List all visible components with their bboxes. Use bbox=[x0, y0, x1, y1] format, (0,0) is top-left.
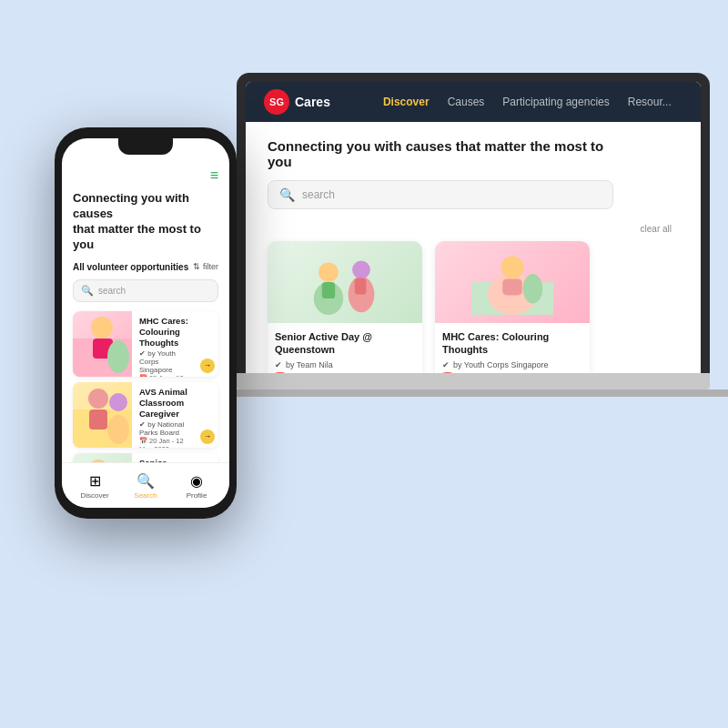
phone-headline: Connecting you with causes that matter t… bbox=[73, 191, 218, 253]
laptop-cards-row-1: Senior Active Day @ Queenstown ✔ by Team… bbox=[268, 241, 679, 373]
svg-rect-9 bbox=[502, 278, 522, 295]
svg-point-1 bbox=[318, 262, 339, 282]
bottom-nav-discover[interactable]: ⊞ Discover bbox=[69, 472, 120, 500]
brand-name: Cares bbox=[295, 95, 330, 109]
svg-point-23 bbox=[91, 317, 113, 339]
laptop-card-2: MHC Cares: Colouring Thoughts ✔ by Youth… bbox=[435, 241, 590, 373]
phone-list: MHC Cares: Colouring Thoughts ✔ by Youth… bbox=[73, 311, 218, 468]
phone-search-bar[interactable]: 🔍 search bbox=[73, 279, 218, 302]
card-title-1: Senior Active Day @ Queenstown bbox=[275, 330, 415, 357]
list-item-img-2 bbox=[73, 382, 132, 448]
card-org-1: ✔ by Team Nila bbox=[275, 360, 415, 369]
list-item-org-2: ✔ by National Parks Board bbox=[139, 420, 189, 437]
svg-point-3 bbox=[352, 261, 370, 279]
nav-link-resources[interactable]: Resour... bbox=[628, 96, 672, 108]
filter-button[interactable]: ⇅ filter bbox=[193, 262, 218, 271]
laptop-base bbox=[237, 373, 710, 389]
list-item-arrow-1[interactable]: → bbox=[200, 359, 215, 373]
search-icon: 🔍 bbox=[279, 187, 295, 202]
org-icon-1: ✔ bbox=[275, 360, 282, 369]
list-item-img-1 bbox=[73, 311, 132, 377]
card-img-1 bbox=[268, 241, 422, 323]
laptop-card-1: Senior Active Day @ Queenstown ✔ by Team… bbox=[268, 241, 422, 373]
phone-bottom-nav: ⊞ Discover 🔍 Search ◉ Profile bbox=[62, 462, 229, 508]
hamburger-icon[interactable]: ≡ bbox=[210, 167, 218, 184]
svg-point-25 bbox=[107, 340, 129, 373]
phone-filter-row: All volunteer opportunities ⇅ filter bbox=[73, 262, 218, 272]
phone-screen: ≡ Connecting you with causes that matter… bbox=[62, 138, 229, 508]
laptop-screen: SG Cares Discover Causes Participating a… bbox=[246, 82, 701, 373]
filter-label: All volunteer opportunities bbox=[73, 262, 188, 272]
list-item-title-2: AVS Animal Classroom Caregiver bbox=[139, 387, 189, 420]
card-date-2: 📅 20 Jan - 12 May bbox=[442, 372, 582, 373]
laptop-nav-links: Discover Causes Participating agencies R… bbox=[383, 96, 672, 108]
clear-all[interactable]: clear all bbox=[268, 224, 672, 234]
svg-point-29 bbox=[107, 415, 129, 444]
phone-notch bbox=[118, 138, 173, 155]
discover-nav-icon: ⊞ bbox=[89, 472, 101, 490]
phone-search-icon: 🔍 bbox=[81, 285, 94, 297]
list-item-title-1: MHC Cares: Colouring Thoughts bbox=[139, 316, 189, 349]
list-item[interactable]: AVS Animal Classroom Caregiver ✔ by Nati… bbox=[73, 382, 218, 448]
list-item-arrow-2[interactable]: → bbox=[200, 430, 215, 444]
card-body-1: Senior Active Day @ Queenstown ✔ by Team… bbox=[268, 323, 422, 373]
nav-link-causes[interactable]: Causes bbox=[448, 96, 485, 108]
bottom-nav-search[interactable]: 🔍 Search bbox=[120, 472, 171, 500]
phone-search-placeholder: search bbox=[98, 286, 126, 296]
laptop-search-bar[interactable]: 🔍 search bbox=[268, 180, 613, 209]
nav-link-discover[interactable]: Discover bbox=[383, 96, 430, 108]
svg-rect-5 bbox=[355, 278, 367, 295]
phone-content: ≡ Connecting you with causes that matter… bbox=[62, 138, 229, 468]
laptop-screen-outer: SG Cares Discover Causes Participating a… bbox=[237, 73, 710, 373]
laptop-foot bbox=[209, 389, 728, 397]
list-item-org-1: ✔ by Youth Corps Singapore bbox=[139, 349, 189, 374]
list-item-date-2: 📅 20 Jan - 12 May 2023 bbox=[139, 437, 189, 448]
logo-sg-badge: SG bbox=[264, 89, 289, 115]
card-body-2: MHC Cares: Colouring Thoughts ✔ by Youth… bbox=[435, 323, 590, 373]
laptop-content: Connecting you with causes that matter t… bbox=[246, 122, 701, 373]
svg-point-10 bbox=[523, 274, 543, 303]
profile-nav-label: Profile bbox=[187, 491, 207, 500]
card-date-1: 📅 20 Jan - 12 May bbox=[275, 372, 415, 373]
card-img-2 bbox=[435, 241, 590, 323]
card-org-2: ✔ by Youth Corps Singapore bbox=[442, 360, 582, 369]
discover-nav-label: Discover bbox=[80, 491, 108, 500]
list-item[interactable]: MHC Cares: Colouring Thoughts ✔ by Youth… bbox=[73, 311, 218, 377]
phone-device: ≡ Connecting you with causes that matter… bbox=[55, 127, 237, 519]
svg-point-8 bbox=[500, 256, 523, 278]
bottom-nav-profile[interactable]: ◉ Profile bbox=[171, 472, 222, 500]
card-title-2: MHC Cares: Colouring Thoughts bbox=[442, 330, 582, 357]
search-nav-icon: 🔍 bbox=[136, 472, 155, 490]
laptop-device: SG Cares Discover Causes Participating a… bbox=[237, 73, 710, 400]
org-icon-2: ✔ bbox=[442, 360, 450, 369]
profile-nav-icon: ◉ bbox=[190, 472, 203, 490]
svg-rect-28 bbox=[89, 410, 107, 430]
svg-rect-4 bbox=[322, 282, 335, 298]
laptop-headline: Connecting you with causes that matter t… bbox=[268, 138, 613, 169]
laptop-navbar: SG Cares Discover Causes Participating a… bbox=[246, 82, 701, 122]
svg-point-30 bbox=[109, 393, 127, 411]
phone-top-bar: ≡ bbox=[73, 167, 218, 184]
nav-link-agencies[interactable]: Participating agencies bbox=[502, 96, 609, 108]
list-item-date-1: 📅 20 Jan - 12 May 2023 bbox=[139, 374, 189, 377]
list-item-body-1: MHC Cares: Colouring Thoughts ✔ by Youth… bbox=[139, 311, 193, 377]
laptop-search-placeholder: search bbox=[302, 188, 335, 201]
list-item-body-2: AVS Animal Classroom Caregiver ✔ by Nati… bbox=[139, 382, 193, 448]
svg-point-27 bbox=[88, 389, 108, 409]
laptop-logo: SG Cares bbox=[264, 89, 330, 115]
search-nav-label: Search bbox=[134, 491, 157, 500]
